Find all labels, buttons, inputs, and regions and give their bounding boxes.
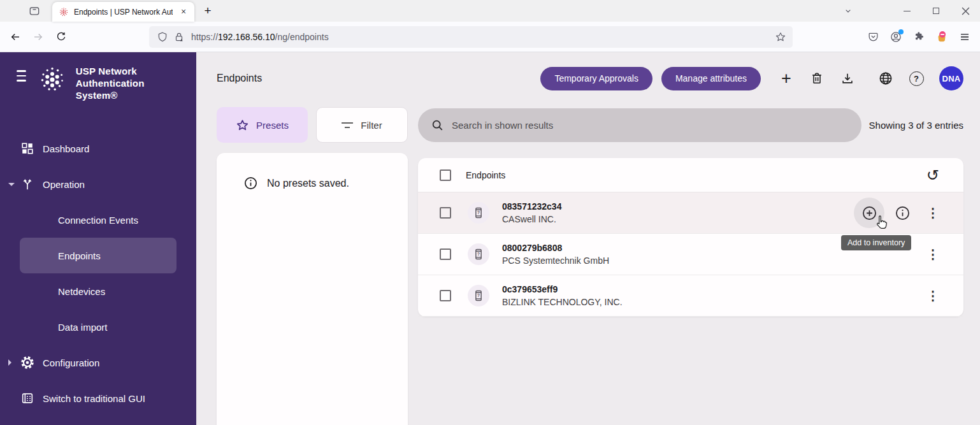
table-header-label: Endpoints bbox=[466, 170, 505, 180]
usp-logo bbox=[38, 65, 67, 94]
sidebar-item-operation[interactable]: Operation bbox=[0, 166, 196, 202]
sidebar-item-label: Endpoints bbox=[58, 250, 101, 261]
sidebar-item-data-import[interactable]: Data import bbox=[20, 309, 177, 345]
endpoint-vendor: PCS Systemtechnik GmbH bbox=[502, 256, 609, 266]
extensions-puzzle-icon[interactable] bbox=[909, 27, 929, 47]
sidebar-item-label: Configuration bbox=[43, 357, 99, 368]
delete-icon[interactable] bbox=[804, 66, 830, 91]
tab-favicon bbox=[59, 7, 69, 17]
endpoint-vendor: CASwell INC. bbox=[502, 214, 561, 224]
svg-text:?: ? bbox=[477, 293, 480, 298]
chevron-down-icon bbox=[8, 183, 15, 186]
help-icon[interactable]: ? bbox=[904, 66, 929, 91]
presets-button[interactable]: Presets bbox=[217, 107, 308, 143]
tab-title: Endpoints | USP Network Authe bbox=[74, 8, 173, 17]
star-icon bbox=[236, 119, 249, 132]
account-icon[interactable] bbox=[886, 27, 906, 47]
unknown-device-icon: ? bbox=[468, 285, 489, 306]
presets-panel: No presets saved. bbox=[217, 153, 408, 425]
sidebar-menu-icon[interactable] bbox=[17, 65, 26, 82]
sidebar-item-label: Dashboard bbox=[43, 143, 89, 154]
browser-tab[interactable]: Endpoints | USP Network Authe × bbox=[52, 2, 194, 22]
add-to-inventory-tooltip: Add to inventory bbox=[841, 235, 911, 250]
endpoint-id: 083571232c34 bbox=[502, 201, 561, 212]
row-menu-icon[interactable]: ⋮ bbox=[920, 241, 946, 267]
sidebar-item-dashboard[interactable]: Dashboard bbox=[0, 131, 196, 166]
svg-text:?: ? bbox=[477, 210, 480, 215]
table-row[interactable]: ? 083571232c34 CASwell INC. ⋮ bbox=[418, 192, 963, 234]
shield-icon[interactable] bbox=[157, 31, 168, 43]
endpoint-vendor: BIZLINK TECHNOLOGY, INC. bbox=[502, 297, 623, 307]
reload-icon[interactable] bbox=[51, 27, 71, 47]
search-bar[interactable] bbox=[418, 108, 861, 142]
info-icon bbox=[243, 176, 258, 191]
sidebar-item-connection-events[interactable]: Connection Events bbox=[20, 202, 177, 238]
table-header-row: Endpoints ↺ bbox=[418, 158, 963, 192]
firefox-view-icon[interactable] bbox=[24, 1, 45, 20]
sidebar-item-netdevices[interactable]: Netdevices bbox=[20, 273, 177, 309]
sidebar-nav: Dashboard Operation Connection Events En… bbox=[0, 131, 196, 416]
browser-toolbar: https://192.168.56.10/ng/endpoints bbox=[0, 22, 980, 52]
browser-tab-strip: Endpoints | USP Network Authe × + bbox=[0, 0, 980, 22]
chevron-right-icon bbox=[8, 359, 11, 366]
sidebar-item-label: Operation bbox=[43, 179, 85, 190]
sidebar-item-label: Switch to traditional GUI bbox=[43, 393, 145, 404]
row-checkbox[interactable] bbox=[440, 290, 451, 301]
add-icon[interactable]: + bbox=[774, 66, 799, 91]
sidebar-item-configuration[interactable]: Configuration bbox=[0, 345, 196, 380]
select-all-checkbox[interactable] bbox=[440, 169, 451, 181]
details-info-icon[interactable] bbox=[890, 200, 915, 226]
window-maximize-button[interactable] bbox=[921, 0, 951, 22]
list-tabs-chevron-icon[interactable] bbox=[837, 1, 859, 20]
url-text: https://192.168.56.10/ng/endpoints bbox=[191, 32, 775, 42]
lock-warning-icon[interactable] bbox=[173, 31, 185, 43]
dashboard-icon bbox=[20, 141, 35, 156]
table-row[interactable]: ? 0c379653eff9 BIZLINK TECHNOLOGY, INC. … bbox=[418, 275, 963, 317]
presets-empty-message: No presets saved. bbox=[267, 178, 349, 189]
pocket-icon[interactable] bbox=[863, 27, 883, 47]
globe-icon[interactable] bbox=[873, 66, 898, 91]
endpoints-table: Endpoints ↺ ? 083571232c34 CASwell INC. bbox=[418, 158, 963, 317]
sidebar-item-label: Data import bbox=[58, 322, 108, 333]
new-tab-button[interactable]: + bbox=[198, 1, 217, 20]
legacy-gui-icon bbox=[20, 391, 35, 406]
url-bar[interactable]: https://192.168.56.10/ng/endpoints bbox=[149, 26, 793, 48]
row-menu-icon[interactable]: ⋮ bbox=[920, 200, 946, 226]
tab-close-icon[interactable]: × bbox=[178, 6, 189, 18]
sidebar-item-endpoints[interactable]: Endpoints bbox=[20, 238, 177, 273]
download-icon[interactable] bbox=[835, 66, 860, 91]
filter-icon bbox=[342, 122, 353, 128]
row-menu-icon[interactable]: ⋮ bbox=[920, 283, 946, 308]
bookmark-star-icon[interactable] bbox=[775, 31, 786, 43]
back-icon[interactable] bbox=[5, 27, 25, 47]
sidebar-item-label: Connection Events bbox=[58, 215, 138, 226]
user-avatar[interactable]: DNA bbox=[939, 66, 963, 90]
search-icon bbox=[431, 119, 444, 132]
endpoint-id: 0800279b6808 bbox=[502, 243, 609, 253]
endpoint-id: 0c379653eff9 bbox=[502, 284, 623, 294]
sidebar: USP Network Authentication System® Dashb… bbox=[0, 52, 196, 425]
filter-button[interactable]: Filter bbox=[316, 107, 408, 143]
add-to-inventory-button[interactable] bbox=[854, 198, 884, 228]
temporary-approvals-button[interactable]: Temporary Approvals bbox=[540, 67, 652, 90]
row-checkbox[interactable] bbox=[440, 207, 451, 219]
manage-attributes-button[interactable]: Manage attributes bbox=[661, 67, 761, 90]
page-title: Endpoints bbox=[217, 73, 262, 84]
refresh-icon[interactable]: ↺ bbox=[920, 162, 946, 188]
unknown-device-icon: ? bbox=[468, 243, 489, 265]
svg-text:?: ? bbox=[477, 252, 480, 257]
unknown-device-icon: ? bbox=[468, 202, 489, 224]
window-close-button[interactable] bbox=[951, 0, 980, 22]
app-menu-icon[interactable] bbox=[955, 27, 975, 47]
main-content: Endpoints Temporary Approvals Manage att… bbox=[196, 52, 980, 425]
forward-icon[interactable] bbox=[28, 27, 48, 47]
sidebar-item-switch-traditional-gui[interactable]: Switch to traditional GUI bbox=[0, 380, 196, 416]
gear-icon bbox=[20, 355, 35, 370]
adblock-extension-icon[interactable] bbox=[932, 27, 952, 47]
window-minimize-button[interactable] bbox=[892, 0, 921, 22]
search-input[interactable] bbox=[452, 120, 849, 131]
app-title: USP Network Authentication System® bbox=[76, 65, 185, 102]
row-checkbox[interactable] bbox=[440, 249, 451, 260]
results-summary: Showing 3 of 3 entries bbox=[869, 120, 963, 131]
operation-icon bbox=[20, 176, 35, 192]
